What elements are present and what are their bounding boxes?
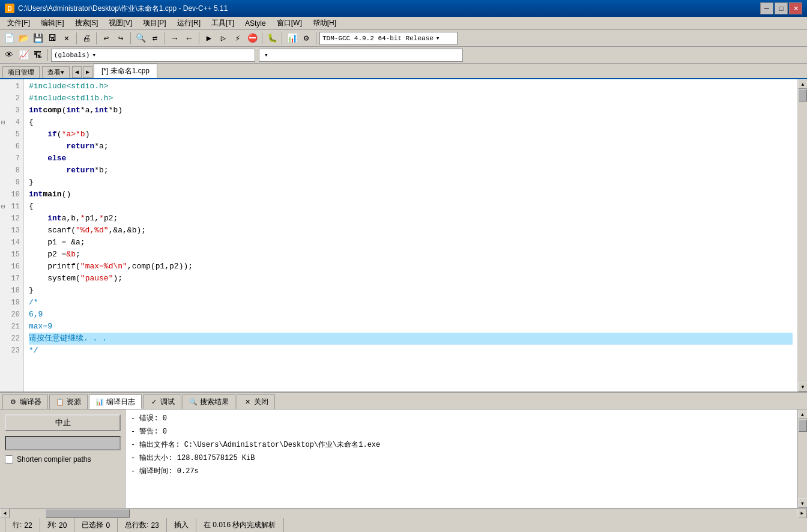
compile-hscroll[interactable]: ◀ ▶	[0, 508, 807, 518]
menu-window[interactable]: 窗口[W]	[272, 17, 307, 29]
compile-vscroll-thumb[interactable]	[799, 420, 807, 432]
tab-resources[interactable]: 📋 资源	[49, 394, 88, 409]
line-num-13: 13	[0, 225, 23, 237]
line-num-8: 8	[0, 165, 23, 177]
sep3	[130, 32, 131, 44]
title-bar-controls[interactable]: ─ □ ✕	[760, 2, 802, 14]
add-watch-btn[interactable]: 👁	[2, 49, 16, 62]
undo-btn[interactable]: ↩	[100, 32, 113, 45]
hscroll-left[interactable]: ◀	[0, 509, 10, 518]
close-button[interactable]: ✕	[789, 2, 802, 14]
tab-next-btn[interactable]: ▶	[83, 66, 92, 78]
redo-btn[interactable]: ↪	[114, 32, 127, 45]
compile-vscroll[interactable]: ▲ ▼	[797, 410, 807, 508]
bottom-tabs: ⚙ 编译器 📋 资源 📊 编译日志 ✓ 调试 🔍 搜索结果 ✕ 关闭	[0, 393, 807, 410]
menu-astyle[interactable]: AStyle	[240, 17, 271, 29]
menu-search[interactable]: 搜索[S]	[70, 17, 103, 29]
replace-btn[interactable]: ⇄	[148, 32, 162, 45]
sep8	[316, 32, 316, 44]
indent-btn[interactable]: →	[168, 32, 181, 45]
tab-compiler[interactable]: ⚙ 编译器	[2, 394, 48, 409]
menu-run[interactable]: 运行[R]	[172, 17, 205, 29]
compile-run-btn[interactable]: ⚡	[231, 32, 244, 45]
vscroll-thumb[interactable]	[799, 89, 807, 101]
vscroll-down[interactable]: ▼	[798, 382, 807, 391]
find-btn[interactable]: 🔍	[134, 32, 147, 45]
code-line-17: system("pause");	[29, 273, 793, 285]
code-line-5: if(*a>*b)	[29, 128, 793, 141]
main-area: 项目管理 查看▾ ◀ ▶ [*] 未命名1.cpp 1 2 3 ⊟4 5 6 7…	[0, 64, 807, 391]
line-num-3: 3	[0, 104, 23, 116]
status-parse-info: 在 0.016 秒内完成解析	[204, 520, 276, 530]
settings-btn[interactable]: ⚙	[300, 32, 313, 45]
compile-vscroll-up[interactable]: ▲	[798, 410, 808, 419]
vscroll-up[interactable]: ▲	[798, 79, 807, 89]
print-btn[interactable]: 🖨	[80, 32, 93, 45]
tab-prev-btn[interactable]: ◀	[72, 66, 82, 78]
hscroll-right[interactable]: ▶	[797, 509, 807, 518]
code-line-21: max=9	[29, 321, 793, 333]
tab-debug-label: 调试	[160, 397, 175, 407]
globals-dropdown[interactable]: (globals) ▾	[51, 49, 255, 62]
new-file-btn[interactable]: 📄	[2, 32, 16, 45]
compile-vscroll-track[interactable]	[798, 419, 808, 498]
menu-bar: 文件[F] 编辑[E] 搜索[S] 视图[V] 项目[P] 运行[R] 工具[T…	[0, 17, 807, 30]
symbol-dropdown[interactable]: ▾	[259, 49, 463, 62]
maximize-button[interactable]: □	[775, 2, 788, 14]
menu-project[interactable]: 项目[P]	[138, 17, 171, 29]
line-num-6: 6	[0, 141, 23, 153]
menu-help[interactable]: 帮助[H]	[308, 17, 341, 29]
line-num-12: 12	[0, 213, 23, 225]
tab-close[interactable]: ✕ 关闭	[237, 394, 275, 409]
minimize-button[interactable]: ─	[760, 2, 773, 14]
compile-btn[interactable]: ▶	[202, 32, 216, 45]
compile-vscroll-down[interactable]: ▼	[798, 498, 808, 508]
run-btn[interactable]: ▷	[217, 32, 230, 45]
globals-arrow: ▾	[92, 51, 96, 59]
code-line-7: else	[29, 153, 793, 165]
code-editor[interactable]: #include<stdio.h> #include<stdlib.h> int…	[24, 79, 797, 391]
close-file-btn[interactable]: ✕	[60, 32, 73, 45]
vscroll-track[interactable]	[798, 89, 807, 382]
hscroll-track[interactable]	[10, 509, 797, 518]
menu-file[interactable]: 文件[F]	[2, 17, 35, 29]
compile-left-panel: 中止 Shorten compiler paths	[0, 410, 126, 508]
status-bar: 行: 22 列: 20 已选择 0 总行数: 23 插入 在 0.016 秒内完…	[0, 518, 807, 532]
toolbar2: 👁 📈 🏗 (globals) ▾ ▾	[0, 47, 807, 64]
menu-view[interactable]: 视图[V]	[104, 17, 137, 29]
stop-button[interactable]: 中止	[5, 414, 121, 431]
symbol-arrow: ▾	[264, 51, 268, 59]
editor-tab-main[interactable]: [*] 未命名1.cpp	[94, 64, 157, 78]
compiler-tab-icon: ⚙	[9, 398, 17, 407]
status-total-val: 23	[151, 521, 159, 530]
chart-btn[interactable]: 📊	[285, 32, 298, 45]
side-panel-project[interactable]: 项目管理	[2, 66, 40, 78]
debug-tab-icon: ✓	[150, 398, 158, 407]
class-browse-btn[interactable]: 🏗	[31, 49, 44, 62]
unindent-btn[interactable]: ←	[183, 32, 196, 45]
save-btn[interactable]: 💾	[31, 32, 44, 45]
open-btn[interactable]: 📂	[17, 32, 30, 45]
compiler-dropdown-arrow: ▾	[436, 34, 440, 42]
line-num-9: 9	[0, 177, 23, 189]
profile-btn[interactable]: 📈	[17, 49, 30, 62]
editor-vscroll[interactable]: ▲ ▼	[797, 79, 807, 391]
hscroll-thumb[interactable]	[46, 509, 130, 518]
tab-search-results[interactable]: 🔍 搜索结果	[183, 394, 235, 409]
compiler-dropdown[interactable]: TDM-GCC 4.9.2 64-bit Release ▾	[319, 32, 458, 45]
menu-edit[interactable]: 编辑[E]	[36, 17, 69, 29]
side-panel-view[interactable]: 查看▾	[42, 66, 70, 78]
save-all-btn[interactable]: 🖫	[46, 32, 59, 45]
line-num-16: 16	[0, 261, 23, 273]
stop-run-btn[interactable]: ⛔	[246, 32, 259, 45]
code-line-2: #include<stdlib.h>	[29, 92, 793, 104]
tab-compile-log[interactable]: 📊 编译日志	[89, 394, 142, 409]
sep6	[262, 32, 262, 44]
shorten-paths-checkbox[interactable]	[5, 455, 13, 464]
compile-output-area: 中止 Shorten compiler paths - 错误: 0 - 警告: …	[0, 410, 807, 508]
line-num-5: 5	[0, 128, 23, 141]
menu-tools[interactable]: 工具[T]	[207, 17, 239, 29]
tab-debug[interactable]: ✓ 调试	[143, 394, 181, 409]
tab-compiler-label: 编译器	[20, 397, 41, 407]
debug-btn[interactable]: 🐛	[265, 32, 279, 45]
